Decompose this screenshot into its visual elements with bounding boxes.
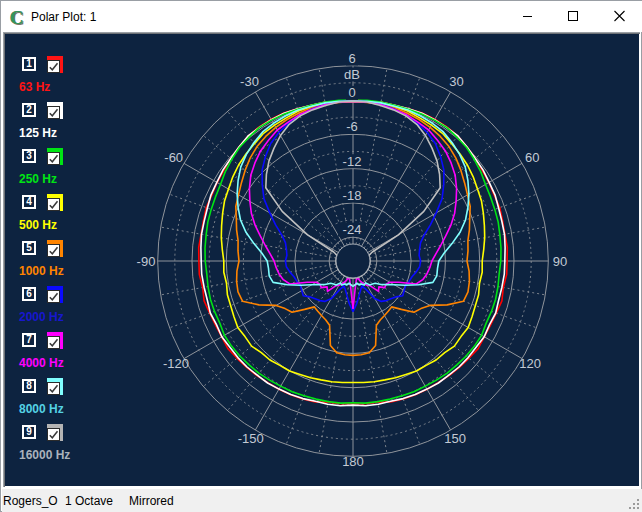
svg-text:-150: -150 bbox=[238, 431, 264, 446]
svg-text:dB: dB bbox=[344, 67, 360, 82]
svg-text:90: 90 bbox=[553, 254, 567, 269]
svg-text:-12: -12 bbox=[343, 154, 362, 169]
svg-text:0: 0 bbox=[348, 85, 355, 100]
svg-text:60: 60 bbox=[525, 150, 539, 165]
svg-text:180: 180 bbox=[342, 454, 364, 469]
svg-text:150: 150 bbox=[444, 431, 466, 446]
svg-text:-60: -60 bbox=[164, 150, 183, 165]
svg-text:6: 6 bbox=[348, 51, 355, 66]
svg-text:-90: -90 bbox=[137, 254, 156, 269]
svg-text:-24: -24 bbox=[343, 222, 362, 237]
svg-text:-120: -120 bbox=[163, 356, 189, 371]
svg-text:30: 30 bbox=[449, 74, 463, 89]
svg-text:120: 120 bbox=[519, 356, 541, 371]
svg-text:-6: -6 bbox=[346, 119, 358, 134]
svg-text:-30: -30 bbox=[240, 74, 259, 89]
svg-text:-18: -18 bbox=[343, 188, 362, 203]
